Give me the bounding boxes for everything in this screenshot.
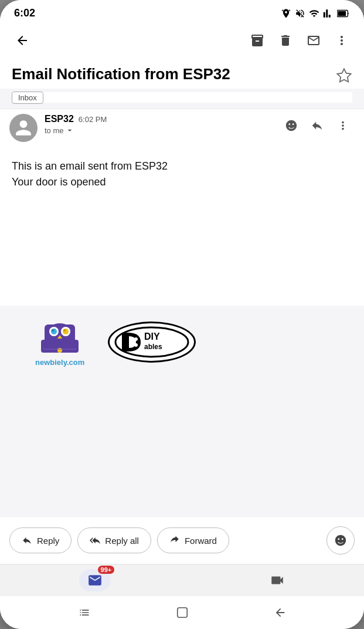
sender-name: ESP32 (45, 114, 74, 124)
svg-text:ables: ables (144, 343, 162, 351)
signal-icon (323, 8, 334, 19)
email-body: This is an email sent from ESP32 Your do… (0, 147, 364, 306)
sender-info: ESP32 6:02 PM to me (45, 114, 273, 135)
bottom-nav: 99+ (0, 564, 364, 596)
email-body-line1: This is an email sent from ESP32 (12, 158, 352, 174)
android-back-icon (274, 606, 287, 619)
mail-badge-wrap: 99+ (79, 569, 111, 591)
sender-time: 6:02 PM (79, 115, 107, 124)
android-home-icon (176, 606, 189, 619)
star-button[interactable] (336, 67, 352, 86)
svg-text:DIY: DIY (144, 332, 160, 341)
sender-actions (280, 114, 355, 137)
mail-nav-icon (87, 573, 103, 588)
newbiely-logo: newbiely.com (35, 317, 84, 367)
delete-button[interactable] (273, 28, 298, 53)
newbiely-text: newbiely.com (35, 358, 84, 367)
svg-point-17 (134, 343, 138, 347)
svg-point-8 (52, 329, 54, 332)
forward-label: Forward (185, 536, 217, 546)
android-menu-icon (79, 607, 90, 618)
inbox-badge: Inbox (12, 92, 43, 104)
archive-icon (250, 33, 264, 48)
diyables-image: DIY ables (114, 326, 190, 359)
status-icons (281, 8, 350, 19)
android-nav (0, 596, 364, 629)
video-nav-icon (270, 573, 285, 588)
sender-to[interactable]: to me (45, 126, 273, 135)
logo-area: newbiely.com DIY ables (0, 306, 364, 378)
more-button[interactable] (329, 28, 355, 53)
forward-button[interactable]: Forward (157, 527, 229, 553)
mute-icon (295, 8, 305, 19)
more-dots-icon (336, 119, 349, 132)
more-icon (335, 33, 349, 48)
chevron-down-icon (65, 126, 74, 135)
person-icon (14, 119, 33, 137)
archive-button[interactable] (244, 28, 270, 53)
android-menu-button[interactable] (76, 604, 93, 621)
mail-badge-count: 99+ (98, 566, 115, 574)
svg-point-9 (63, 329, 69, 334)
spacer (0, 378, 364, 516)
star-icon (336, 67, 352, 84)
diyables-logo: DIY ables (108, 322, 196, 363)
emoji-icon (285, 119, 298, 132)
svg-point-7 (51, 329, 57, 334)
emoji-action-button[interactable] (326, 526, 355, 554)
mail-nav-item[interactable]: 99+ (79, 569, 111, 591)
reply-all-label: Reply all (105, 536, 139, 546)
emoji-button[interactable] (280, 114, 303, 137)
status-bar: 6:02 (0, 0, 364, 23)
reply-all-action-icon (90, 535, 100, 546)
action-buttons-row: Reply Reply all Forward (0, 516, 364, 564)
email-subject: Email Notification from ESP32 (12, 65, 230, 83)
forward-action-icon (169, 535, 180, 546)
inbox-label-area: Inbox (12, 92, 352, 103)
reply-action-icon (22, 535, 32, 546)
svg-point-10 (63, 329, 66, 332)
email-body-line2: Your door is opened (12, 174, 352, 190)
reply-button[interactable]: Reply (9, 527, 72, 553)
alarm-icon (281, 8, 291, 19)
mark-icon (307, 33, 321, 48)
delete-icon (278, 33, 292, 48)
svg-rect-1 (338, 11, 346, 15)
email-toolbar (0, 23, 364, 58)
to-label: to me (45, 126, 64, 135)
video-nav-item[interactable] (270, 573, 285, 588)
avatar (9, 114, 38, 142)
sender-name-time: ESP32 6:02 PM (45, 114, 273, 124)
svg-point-16 (134, 337, 138, 341)
reply-label: Reply (37, 536, 59, 546)
sender-row: ESP32 6:02 PM to me (0, 109, 364, 147)
phone-screen: 6:02 (0, 0, 364, 629)
subject-area: Email Notification from ESP32 (0, 58, 364, 89)
android-home-button[interactable] (174, 604, 190, 621)
svg-rect-20 (177, 608, 187, 618)
back-icon (15, 33, 29, 48)
back-button[interactable] (9, 28, 35, 53)
reply-icon (311, 119, 324, 132)
android-back-button[interactable] (272, 604, 288, 621)
battery-icon (337, 9, 350, 18)
reply-all-button[interactable]: Reply all (77, 527, 151, 553)
wifi-icon (309, 8, 319, 19)
svg-point-12 (57, 348, 62, 353)
status-time: 6:02 (14, 7, 35, 19)
reply-button-header[interactable] (305, 114, 329, 137)
owl-image (36, 317, 83, 356)
svg-rect-15 (122, 333, 128, 351)
mark-button[interactable] (301, 28, 326, 53)
emoji-action-icon (334, 534, 347, 547)
more-button-header[interactable] (331, 114, 355, 137)
email-content: Email Notification from ESP32 Inbox ESP3… (0, 58, 364, 564)
